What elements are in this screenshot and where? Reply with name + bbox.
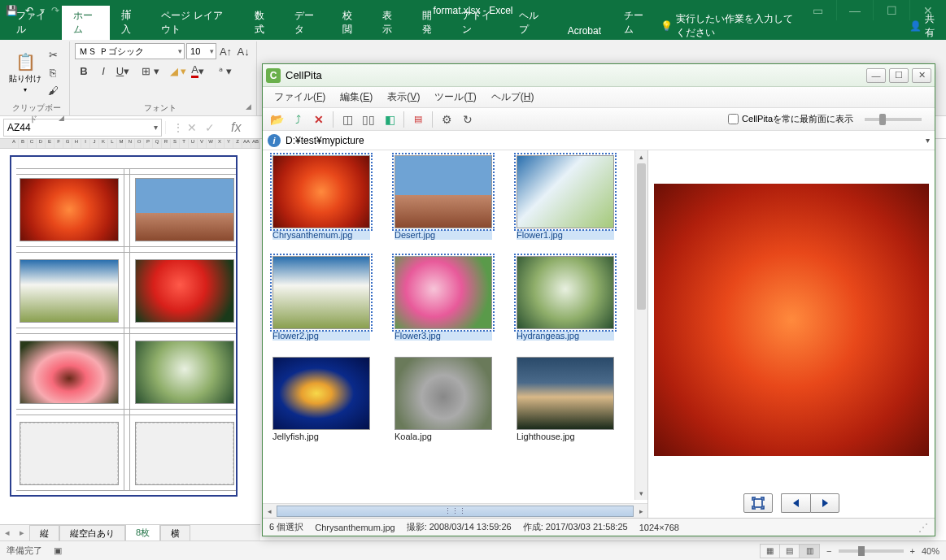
zoom-level[interactable]: 40% [922,546,939,556]
thumbnail-item[interactable]: Flower1.jpg [517,155,614,240]
thumbnail-item[interactable]: Lighthouse.jpg [517,357,614,441]
zoom-out-icon[interactable]: − [826,546,831,556]
tab-team[interactable]: チーム [613,6,660,40]
thumbnail-item[interactable]: Flower3.jpg [395,256,492,341]
dialog-launcher-icon[interactable]: ◢ [246,102,251,111]
scroll-left-icon[interactable]: ◂ [263,507,276,515]
sheet-tab[interactable]: 縦空白あり [59,525,125,541]
sheet-nav-first-icon[interactable]: ◂ [0,527,15,538]
name-box[interactable]: AZ44 ▾ [3,119,162,137]
refresh-icon[interactable]: ↻ [459,111,477,128]
fit-button[interactable] [743,493,773,513]
underline-button[interactable]: U ▾ [114,63,132,79]
decrease-font-icon[interactable]: A↓ [235,43,251,59]
layout-2-icon[interactable]: ▯▯ [360,111,377,128]
minimize-icon[interactable]: — [866,68,886,83]
resize-grip-icon[interactable]: ⋰ [918,522,928,533]
parent-folder-icon[interactable]: ⤴ [289,111,307,128]
prev-button[interactable] [781,493,810,513]
scroll-thumb[interactable] [637,163,646,310]
current-path[interactable]: D:¥test¥mypicture [286,135,364,146]
normal-view-icon[interactable]: ▦ [761,545,780,558]
sheet-image-5[interactable] [20,341,118,403]
tab-acrobat[interactable]: Acrobat [556,22,613,40]
page-layout-view-icon[interactable]: ▤ [780,545,800,558]
bold-button[interactable]: B [75,63,93,79]
tab-formulas[interactable]: 数式 [243,6,283,40]
path-dropdown-icon[interactable]: ▾ [926,136,930,145]
always-on-top-checkbox[interactable] [728,114,739,124]
italic-button[interactable]: I [94,63,112,79]
sheet-tab[interactable]: 横 [160,525,190,541]
cellpita-titlebar[interactable]: C CellPita — ☐ ✕ [263,64,935,87]
tab-home[interactable]: ホーム [62,6,110,40]
layout-3-icon[interactable]: ◧ [381,111,399,128]
sheet-image-empty-8[interactable] [136,423,233,484]
scroll-right-icon[interactable]: ▸ [634,507,647,515]
tab-page-layout[interactable]: ページ レイアウト [150,6,243,40]
sheet-nav-last-icon[interactable]: ▸ [15,527,29,538]
cancel-icon[interactable]: ✕ [187,121,202,134]
thumbnail-item[interactable]: Koala.jpg [395,357,492,441]
settings-icon[interactable]: ⚙ [438,111,456,128]
sheet-image-2[interactable] [136,179,233,241]
thumbnail-item[interactable]: Hydrangeas.jpg [517,256,614,341]
fx-icon[interactable]: fx [226,120,246,135]
tab-help[interactable]: ヘルプ [508,6,556,40]
scroll-down-icon[interactable]: ▾ [635,487,647,500]
thumbnail-item[interactable]: Chrysanthemum.jpg [272,155,370,240]
increase-font-icon[interactable]: A↑ [218,43,234,59]
tab-developer[interactable]: 開発 [411,6,451,40]
share-button[interactable]: 👤 共有 [909,12,938,40]
fill-color-icon[interactable]: ◢ ▾ [169,63,187,79]
tab-file[interactable]: ファイル [5,6,62,40]
sheet-image-empty-7[interactable] [20,423,118,484]
format-painter-icon[interactable]: 🖌 [44,83,62,99]
phonetic-icon[interactable]: ᵃ ▾ [216,63,234,79]
menu-tool[interactable]: ツール(T) [434,90,476,104]
tell-me-search[interactable]: 💡 実行したい作業を入力してください [660,12,799,40]
menu-file[interactable]: ファイル(F) [274,90,325,104]
thumbnail-item[interactable]: Flower2.jpg [272,256,370,341]
chevron-down-icon[interactable]: ▾ [154,123,158,132]
cut-icon[interactable]: ✂ [44,47,62,63]
page-break-view-icon[interactable]: ▥ [800,545,819,558]
thumbnail-item[interactable]: Desert.jpg [395,155,492,240]
tab-view[interactable]: 表示 [371,6,411,40]
scroll-thumb[interactable]: ⋮⋮⋮ [277,506,634,517]
thumbnail-item[interactable]: Jellyfish.jpg [272,357,370,441]
zoom-slider[interactable] [839,549,904,553]
layout-1-icon[interactable]: ◫ [338,111,356,128]
vertical-scrollbar[interactable]: ▴ ▾ [634,150,647,500]
pdf-icon[interactable]: ▤ [409,111,427,128]
split-icon[interactable]: ⋮ [172,121,184,134]
thumb-size-slider[interactable] [865,118,922,121]
tab-insert[interactable]: 挿入 [110,6,150,40]
horizontal-scrollbar[interactable]: ◂ ⋮⋮⋮ ▸ [263,503,647,518]
open-folder-icon[interactable]: 📂 [268,111,286,128]
zoom-in-icon[interactable]: + [910,546,915,556]
paste-button[interactable]: 📋 貼り付け ▾ [8,52,42,93]
sheet-image-3[interactable] [20,260,118,322]
enter-icon[interactable]: ✓ [205,121,220,134]
sheet-image-4[interactable] [136,260,233,322]
font-name-combo[interactable]: ＭＳ Ｐゴシック▾ [75,43,185,59]
sheet-tab[interactable]: 8枚 [125,524,160,541]
menu-help[interactable]: ヘルプ(H) [491,90,534,104]
border-icon[interactable]: ⊞ ▾ [142,63,159,79]
menu-edit[interactable]: 編集(E) [340,90,373,104]
menu-view[interactable]: 表示(V) [387,90,420,104]
copy-icon[interactable]: ⎘ [44,65,62,81]
dialog-launcher-icon[interactable]: ◢ [59,114,64,122]
sheet-tab[interactable]: 縦 [29,525,59,541]
font-size-combo[interactable]: 10▾ [186,43,216,59]
sheet-image-1[interactable] [20,179,118,241]
macro-record-icon[interactable]: ▣ [54,545,62,556]
delete-icon[interactable]: ✕ [310,111,328,128]
font-color-icon[interactable]: A ▾ [189,63,207,79]
maximize-icon[interactable]: ☐ [889,68,909,83]
close-icon[interactable]: ✕ [912,68,931,83]
tab-review[interactable]: 校閲 [331,6,371,40]
tab-data[interactable]: データ [283,6,331,40]
next-button[interactable] [810,493,839,513]
